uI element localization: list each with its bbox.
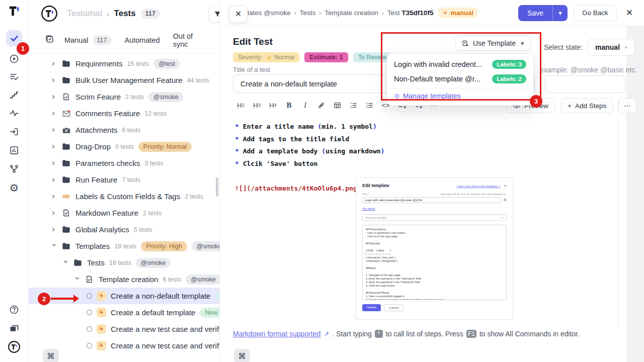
toolbar-bold-button[interactable]: B (282, 98, 296, 112)
tree-item[interactable]: ›Global Analytics5 tests (29, 221, 219, 238)
toolbar-ordered-list-button[interactable]: 12 (347, 98, 360, 112)
shot-modal-title: Edit template (362, 183, 389, 188)
toolbar-italic-button[interactable]: I (298, 98, 312, 112)
toolbar-h3-button[interactable]: H3 (250, 98, 264, 112)
markdown-docs-link[interactable]: Markdown format supported (233, 330, 320, 338)
tree-item-label: Create a default template (111, 308, 195, 317)
rail-pulse-icon[interactable] (6, 105, 22, 121)
folder-icon (61, 158, 71, 168)
template-menu-item[interactable]: Non-Default template @r...Labels: 2 (387, 71, 533, 86)
tab-manual[interactable]: Manual 117 (64, 35, 112, 45)
title-field-label: Title of a test (233, 66, 270, 73)
manage-templates-link[interactable]: ⚙ Manage templates (387, 88, 533, 102)
chevron-right-icon[interactable]: › (52, 59, 57, 67)
save-button[interactable]: Save ▼ (518, 5, 568, 21)
tag-badge: @smoke (148, 92, 184, 102)
tree-item[interactable]: ›Markdown Feature2 tests (29, 205, 219, 221)
use-template-button[interactable]: Use Template ▼ (455, 36, 531, 51)
state-select[interactable]: manual ▾ (588, 39, 635, 56)
test-state-circle-icon[interactable] (87, 310, 92, 315)
sidebar-scrollbar[interactable] (216, 177, 218, 197)
template-name: Non-Default template @r... (394, 75, 480, 83)
tree-item[interactable]: ›Requirements15 tests@test (29, 55, 219, 72)
toolbar-table-button[interactable] (331, 98, 344, 112)
rail-branches-icon[interactable] (6, 161, 22, 177)
tags-input[interactable] (545, 75, 625, 93)
test-state-circle-icon[interactable] (87, 326, 92, 332)
chevron-right-icon[interactable]: › (52, 109, 57, 117)
brand-t-icon[interactable] (7, 4, 21, 18)
tree-item[interactable]: ›Run Feature7 tests (29, 171, 219, 188)
tree-item[interactable]: ›Drag-Drop0 testsPriority: Normal (29, 138, 219, 155)
rail-docs-books-icon[interactable] (6, 320, 22, 336)
chevron-down-icon[interactable]: › (50, 244, 59, 249)
rail-runs-icon[interactable] (6, 51, 22, 67)
tree-item[interactable]: Create a default templateNew labe (29, 304, 219, 321)
sidebar-close-button[interactable]: ✕ (229, 6, 248, 23)
chevron-right-icon[interactable]: › (52, 192, 57, 200)
tree-item[interactable]: ›Parameters checks3 tests (29, 155, 219, 171)
breadcrumb-project[interactable]: Testomat (67, 9, 103, 19)
sidebar-header: Testomat › Tests 117 (29, 0, 219, 27)
chevron-right-icon[interactable]: › (52, 175, 57, 184)
tree-item-count: 2 tests (125, 94, 144, 101)
rail-brand-circle-icon[interactable] (6, 339, 22, 355)
test-state-circle-icon[interactable] (87, 293, 92, 299)
tree-item[interactable]: Create a non-default templateTo (29, 288, 219, 304)
tree-item[interactable]: ›Labels & Custom Fields & Tags2 tests (29, 188, 219, 205)
tree-item-count: 12 tests (144, 110, 167, 117)
tag-badge: @smoke (136, 258, 171, 268)
chevron-right-icon[interactable]: › (52, 142, 57, 150)
toolbar-h4-button[interactable]: H4 (266, 98, 280, 112)
add-steps-button[interactable]: + Add Steps (560, 98, 613, 113)
severity-badge[interactable]: Severity: Normal (233, 52, 299, 62)
crumb-template-creation[interactable]: Template creation (325, 9, 378, 17)
tab-automated[interactable]: Automated (125, 36, 160, 44)
toolbar-h2-button[interactable]: H2 (234, 98, 248, 112)
crumb-tests[interactable]: Tests (300, 9, 316, 17)
chevron-right-icon[interactable]: › (52, 75, 57, 84)
estimate-badge[interactable]: Estimate: 1 (304, 52, 348, 62)
tree-item[interactable]: Create a new test case and verify (29, 321, 219, 337)
link-icon (317, 101, 326, 110)
rail-plans-icon[interactable] (6, 69, 22, 85)
tree-item[interactable]: ›Attachments6 tests (29, 122, 219, 138)
rail-steps-icon[interactable] (6, 87, 22, 103)
chevron-down-icon[interactable]: › (62, 260, 70, 265)
tree-item[interactable]: ›Template creation6 tests@smoke (29, 271, 219, 288)
rail-help-icon[interactable] (6, 302, 22, 318)
toolbar-link-button[interactable] (314, 98, 328, 112)
rail-analytics-icon[interactable] (6, 142, 22, 158)
rail-tests-icon[interactable] (6, 30, 22, 46)
tab-out-of-sync[interactable]: Out of sync (173, 32, 206, 48)
chevron-down-icon[interactable]: › (73, 277, 82, 282)
breadcrumb-section[interactable]: Tests (114, 9, 136, 19)
chevron-right-icon[interactable]: › (52, 92, 57, 101)
chevron-right-icon[interactable]: › (52, 158, 57, 167)
command-icon: ⌘ (47, 351, 55, 361)
chevron-right-icon[interactable]: › (52, 208, 57, 217)
manual-count-badge: 117 (93, 35, 112, 45)
chevron-right-icon[interactable]: › (52, 225, 57, 233)
template-menu-item[interactable]: Login with invalid credent...Labels: 3 (387, 57, 533, 71)
rail-import-icon[interactable] (6, 124, 22, 140)
close-editor-icon[interactable]: ✕ (626, 8, 633, 18)
crumb-test[interactable]: Test (387, 9, 400, 17)
command-palette-button[interactable]: ⌘ (43, 349, 59, 362)
go-back-button[interactable]: Go Back (574, 5, 617, 21)
tree-item[interactable]: ›Bulk User Management Feature44 tests (29, 72, 219, 88)
test-state-circle-icon[interactable] (87, 343, 92, 348)
editor-command-palette-button[interactable]: ⌘ (234, 349, 250, 362)
chevron-right-icon[interactable]: › (52, 125, 57, 134)
more-actions-button[interactable]: ⋯ (618, 98, 636, 113)
save-dropdown-caret[interactable]: ▼ (552, 5, 568, 21)
toolbar-bullet-list-button[interactable] (363, 98, 376, 112)
tree-item[interactable]: ›Templates18 testsPriority: High@smoke (29, 238, 219, 254)
checklist-icon[interactable] (45, 34, 54, 46)
tree-item[interactable]: ›Tests18 tests@smoke (29, 254, 219, 271)
shot-select-caret-icon: ▼ (501, 216, 504, 219)
tree-item[interactable]: ›Scrim Feaure2 tests@smoke (29, 88, 219, 105)
edit-test-panel: Templates @smoke›Tests›Template creation… (219, 0, 644, 362)
rail-settings-gear-icon[interactable]: ⚙ (6, 179, 22, 196)
tree-item[interactable]: ›Comments Feature12 tests (29, 105, 219, 122)
